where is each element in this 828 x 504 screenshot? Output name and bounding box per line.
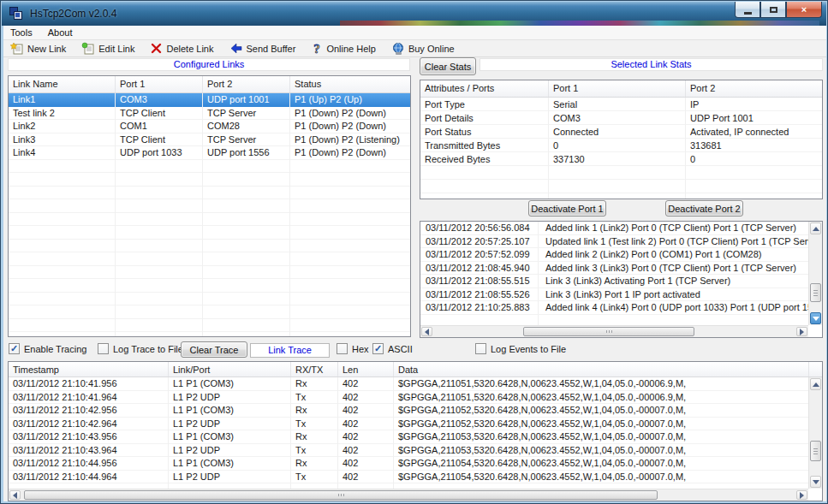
clear-stats-button[interactable]: Clear Stats [420, 57, 476, 75]
table-row[interactable]: Port TypeSerialIP [420, 98, 822, 111]
scroll-right-button[interactable] [796, 490, 807, 500]
table-row[interactable] [420, 193, 822, 199]
event-log-row[interactable]: 03/11/2012 21:08:55.515Link 3 (Link3) Ac… [420, 275, 808, 288]
event-log-row[interactable]: 03/11/2012 20:56:56.084Added link 1 (Lin… [420, 222, 808, 235]
table-row[interactable] [9, 293, 410, 306]
scroll-up-button[interactable] [810, 222, 821, 234]
column-header[interactable]: Port 2 [203, 76, 290, 92]
table-row[interactable]: 03/11/2012 21:10:44.964L1 P2 UDPTx402$GP… [9, 471, 808, 484]
table-row[interactable]: Port DetailsCOM3UDP Port 1001 [420, 111, 822, 125]
stats-table-header[interactable]: Attributes / PortsPort 1Port 2 [420, 80, 822, 98]
enable-tracing-checkbox[interactable]: ✓ Enable Tracing [9, 343, 86, 354]
hscroll-thumb[interactable] [24, 490, 658, 500]
clear-trace-button[interactable]: Clear Trace [181, 341, 247, 358]
column-header[interactable]: Link Name [9, 76, 116, 92]
title-bar[interactable]: HsTcp2Com v2.0.4 × [2, 2, 826, 26]
table-cell: 402 [338, 405, 394, 415]
close-button[interactable]: × [786, 2, 822, 18]
column-header[interactable]: Status [290, 76, 411, 92]
table-row[interactable]: Link2COM1COM28P1 (Down) P2 (Down) [9, 120, 410, 133]
links-table-header[interactable]: Link NamePort 1Port 2Status [9, 76, 410, 93]
table-row[interactable] [9, 160, 410, 174]
table-row[interactable] [9, 319, 410, 333]
maximize-button[interactable] [760, 2, 786, 18]
table-row[interactable] [9, 226, 410, 240]
table-row[interactable]: Port StatusConnectedActivated, IP connec… [420, 125, 822, 139]
column-header[interactable]: Port 1 [549, 80, 686, 97]
table-row[interactable] [9, 213, 410, 227]
event-log-row[interactable]: 03/11/2012 20:57:52.099Added link 2 (Lin… [420, 248, 808, 262]
event-log-row[interactable]: 03/11/2012 21:10:25.883Added link 4 (Lin… [420, 301, 808, 315]
table-row[interactable] [9, 305, 410, 319]
column-header[interactable]: Attributes / Ports [420, 80, 549, 97]
table-row[interactable]: Link3TCP ClientTCP ServerP1 (Down) P2 (L… [9, 133, 410, 147]
table-row[interactable] [420, 180, 822, 193]
vscroll-thumb[interactable] [810, 283, 821, 302]
scroll-right-button[interactable] [796, 327, 807, 336]
hex-checkbox[interactable]: Hex [337, 343, 369, 354]
log-trace-to-file-checkbox[interactable]: Log Trace to File [98, 343, 183, 354]
new-link-button[interactable]: New Link [9, 41, 68, 56]
scroll-down-button[interactable] [810, 312, 821, 324]
scroll-left-button[interactable] [9, 490, 21, 500]
trace-table-header[interactable]: TimestampLink/PortRX/TXLenData [9, 362, 822, 377]
event-log-hscrollbar[interactable] [420, 325, 808, 337]
table-row[interactable]: 03/11/2012 21:10:41.956L1 P1 (COM3)Rx402… [9, 377, 808, 391]
table-row[interactable]: Link1COM3UDP port 1001P1 (Up) P2 (Up) [9, 93, 410, 107]
table-row[interactable]: Link4UDP port 1033UDP port 1556P1 (Down)… [9, 146, 410, 160]
hscroll-thumb[interactable] [523, 327, 694, 336]
table-row[interactable]: 03/11/2012 21:10:42.956L1 P1 (COM3)Rx402… [9, 404, 808, 418]
minimize-button[interactable] [735, 2, 760, 18]
table-row[interactable] [9, 266, 410, 280]
table-row[interactable]: Transmitted Bytes0313681 [420, 139, 822, 152]
menu-tools[interactable]: Tools [10, 27, 33, 38]
edit-link-button[interactable]: Edit Link [80, 41, 136, 56]
ascii-checkbox[interactable]: ✓ ASCII [372, 343, 413, 354]
send-buffer-button[interactable]: Send Buffer [228, 41, 298, 56]
toolbar: New Link Edit Link Delete Link Send Buff… [3, 40, 826, 57]
trace-hscrollbar[interactable] [9, 489, 808, 501]
table-row[interactable] [9, 252, 410, 266]
table-cell: Link1 [9, 94, 116, 104]
column-header[interactable]: Port 1 [116, 76, 203, 92]
table-row[interactable] [420, 166, 822, 180]
deactivate-port2-button[interactable]: Deactivate Port 2 [665, 200, 743, 216]
table-row[interactable]: 03/11/2012 21:10:41.964L1 P2 UDPTx402$GP… [9, 391, 808, 405]
table-row[interactable] [9, 199, 410, 213]
table-row[interactable]: 03/11/2012 21:10:42.964L1 P2 UDPTx402$GP… [9, 418, 808, 431]
event-log-vscrollbar[interactable] [808, 222, 822, 325]
table-row[interactable] [9, 187, 410, 200]
event-log-row[interactable]: 03/11/2012 21:08:55.526Link 3 (Link3) Po… [420, 288, 808, 302]
table-cell: Link4 [9, 147, 116, 157]
table-row[interactable] [9, 240, 410, 253]
table-row[interactable]: 03/11/2012 21:10:43.956L1 P1 (COM3)Rx402… [9, 430, 808, 444]
event-log-row[interactable] [420, 315, 808, 326]
table-row[interactable]: Received Bytes3371300 [420, 152, 822, 166]
buy-online-button[interactable]: Buy Online [390, 41, 456, 56]
scroll-left-button[interactable] [421, 327, 432, 336]
column-header[interactable]: Link/Port [169, 362, 291, 377]
table-row[interactable]: Test link 2TCP ClientTCP ServerP1 (Down)… [9, 107, 410, 121]
scroll-down-button[interactable] [810, 476, 821, 488]
menu-about[interactable]: About [48, 27, 73, 38]
table-row[interactable]: 03/11/2012 21:10:44.956L1 P1 (COM3)Rx402… [9, 457, 808, 471]
table-row[interactable] [9, 279, 410, 293]
event-log-row[interactable]: 03/11/2012 21:08:45.940Added link 3 (Lin… [420, 262, 808, 276]
column-header[interactable]: Port 2 [686, 80, 823, 97]
trace-vscrollbar[interactable] [808, 377, 822, 489]
table-row[interactable]: 03/11/2012 21:10:43.964L1 P2 UDPTx402$GP… [9, 444, 808, 458]
deactivate-port1-button[interactable]: Deactivate Port 1 [528, 200, 606, 216]
event-log-row[interactable]: 03/11/2012 20:57:25.107Updated link 1 (T… [420, 235, 808, 249]
vscroll-thumb[interactable] [810, 441, 821, 461]
table-row[interactable] [9, 332, 410, 337]
online-help-button[interactable]: ? Online Help [309, 41, 377, 56]
delete-link-button[interactable]: Delete Link [148, 41, 215, 56]
column-header[interactable]: Timestamp [9, 362, 169, 377]
column-header[interactable]: RX/TX [291, 362, 338, 377]
table-row[interactable] [9, 173, 410, 187]
column-header[interactable]: Len [338, 362, 394, 377]
scroll-up-button[interactable] [810, 378, 821, 390]
table-cell: 0 [686, 154, 823, 164]
log-events-to-file-checkbox[interactable]: Log Events to File [475, 343, 566, 354]
column-header[interactable]: Data [394, 362, 809, 377]
